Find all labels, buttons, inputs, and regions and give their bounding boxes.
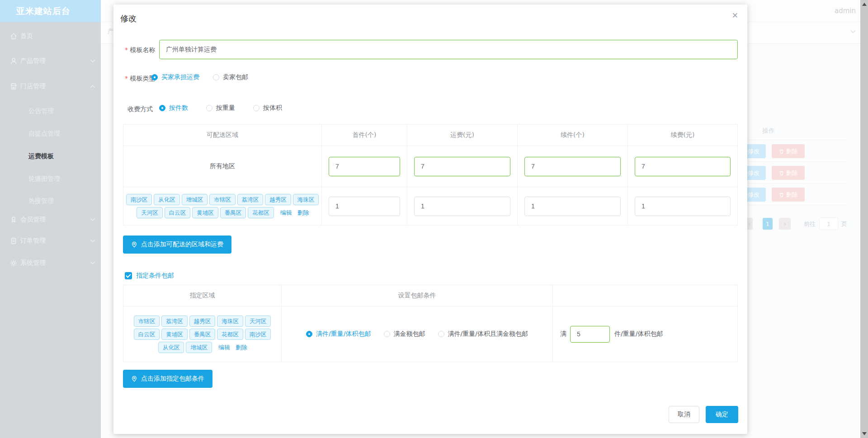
sidebar-item-products[interactable]: 产品管理 bbox=[0, 52, 101, 70]
delete-button[interactable]: 删除 bbox=[772, 166, 805, 180]
sidebar-item-shipping-templates[interactable]: 运费模板 bbox=[28, 152, 54, 160]
radio-free-by-amount[interactable]: 满金额包邮 bbox=[384, 330, 425, 338]
template-name-input[interactable] bbox=[159, 40, 738, 59]
member-icon bbox=[10, 216, 17, 223]
fee-input[interactable] bbox=[414, 157, 510, 176]
region-tag: 南沙区 bbox=[126, 194, 152, 205]
radio-selected-icon bbox=[151, 74, 158, 80]
divider bbox=[747, 161, 849, 162]
divider bbox=[747, 205, 849, 205]
sidebar-item-pickup-points[interactable]: 自提点管理 bbox=[28, 130, 60, 138]
region-tag-line: 白云区黄埔区番禺区花都区南沙区 bbox=[133, 328, 272, 341]
region-tag: 海珠区 bbox=[293, 194, 319, 205]
map-pin-icon bbox=[131, 376, 137, 382]
page-scrollbar[interactable] bbox=[860, 0, 868, 438]
col-header-region: 可配送区域 bbox=[123, 125, 322, 146]
sidebar-item-carousel[interactable]: 轮播图管理 bbox=[28, 175, 60, 183]
region-tag: 花都区 bbox=[248, 207, 274, 218]
add-region-button[interactable]: 点击添加可配送的区域和运费 bbox=[123, 235, 231, 254]
app-title: 亚米建站后台 bbox=[0, 0, 101, 22]
trash-icon bbox=[779, 192, 784, 198]
first-piece-input[interactable] bbox=[329, 197, 400, 216]
region-tag: 从化区 bbox=[158, 342, 184, 353]
radio-buyer-pays[interactable]: 买家承担运费 bbox=[151, 73, 199, 81]
username-label[interactable]: admin bbox=[835, 7, 856, 15]
region-tag: 黄埔区 bbox=[161, 329, 188, 340]
region-tag: 荔湾区 bbox=[237, 194, 264, 205]
pagination-goto-label: 前往 bbox=[804, 220, 816, 228]
region-tag: 番禺区 bbox=[220, 207, 246, 218]
additional-piece-input[interactable] bbox=[524, 197, 621, 216]
map-pin-icon bbox=[131, 241, 137, 248]
additional-piece-input[interactable] bbox=[524, 157, 621, 176]
sidebar-item-system[interactable]: 系统管理 bbox=[0, 254, 101, 272]
radio-icon bbox=[438, 331, 444, 337]
modal-title: 修改 bbox=[120, 13, 137, 24]
region-tag: 增城区 bbox=[182, 194, 208, 205]
region-tag: 从化区 bbox=[154, 194, 180, 205]
app-root: 亚米建站后台 首页 产品管理 门店管理 公告管理 自提点管理 运费模板 轮播图管… bbox=[0, 0, 868, 438]
confirm-button[interactable]: 确定 bbox=[706, 406, 738, 423]
divider bbox=[747, 140, 849, 140]
delete-condition-regions-link[interactable]: 删除 bbox=[236, 344, 247, 351]
sidebar-item-home[interactable]: 首页 bbox=[0, 27, 101, 45]
pagination-next-button[interactable]: › bbox=[779, 218, 791, 230]
add-condition-button[interactable]: 点击添加指定包邮条件 bbox=[123, 370, 212, 388]
first-piece-input[interactable] bbox=[329, 157, 400, 176]
region-tag: 越秀区 bbox=[265, 194, 291, 205]
pagination-page-1[interactable]: 1 bbox=[763, 218, 773, 230]
edit-template-modal: 修改 ✕ 模板名称 模板类型 买家承担运费 卖家包邮 收费方式 按件数 bbox=[113, 5, 747, 434]
radio-seller-free-shipping[interactable]: 卖家包邮 bbox=[213, 73, 248, 81]
radio-by-volume[interactable]: 按体积 bbox=[253, 104, 282, 112]
actions-column-header: 操作 bbox=[762, 127, 775, 135]
table-row-all-regions: 所有地区 bbox=[123, 146, 738, 187]
region-tag: 海珠区 bbox=[217, 316, 243, 327]
region-tag: 番禺区 bbox=[189, 329, 216, 340]
scroll-down-icon[interactable] bbox=[862, 432, 867, 435]
cancel-button[interactable]: 取消 bbox=[669, 406, 699, 423]
pagination-goto-input[interactable] bbox=[819, 217, 838, 230]
region-tag-line: 市辖区荔湾区越秀区海珠区天河区 bbox=[133, 315, 272, 328]
sidebar-item-announcements[interactable]: 公告管理 bbox=[28, 107, 54, 115]
tab-fragment: 产 bbox=[108, 28, 114, 36]
shop-icon bbox=[10, 83, 17, 90]
conditional-free-shipping-checkbox[interactable]: 指定条件包邮 bbox=[125, 272, 174, 280]
region-tag: 天河区 bbox=[137, 207, 163, 218]
region-tag: 增城区 bbox=[186, 342, 212, 353]
radio-selected-icon bbox=[306, 331, 312, 337]
condition-table-row: 市辖区荔湾区越秀区海珠区天河区 白云区黄埔区番禺区花都区南沙区 从化区增城区 编… bbox=[123, 306, 738, 362]
edit-condition-regions-link[interactable]: 编辑 bbox=[218, 344, 230, 351]
radio-by-piece[interactable]: 按件数 bbox=[159, 104, 188, 112]
delete-button[interactable]: 删除 bbox=[772, 144, 805, 158]
radio-icon bbox=[253, 105, 259, 111]
sidebar-item-orders[interactable]: 订单管理 bbox=[0, 232, 101, 250]
divider bbox=[747, 183, 849, 184]
region-all-label: 所有地区 bbox=[123, 146, 322, 187]
condition-value-input[interactable] bbox=[570, 326, 610, 343]
radio-free-by-quantity-and-amount[interactable]: 满件/重量/体积且满金额包邮 bbox=[438, 330, 528, 338]
col-header-blank bbox=[553, 285, 738, 306]
region-tag: 市辖区 bbox=[134, 316, 160, 327]
template-name-label: 模板名称 bbox=[125, 46, 155, 54]
edit-regions-link[interactable]: 编辑 bbox=[280, 209, 292, 216]
additional-fee-input[interactable] bbox=[635, 197, 731, 216]
table-row-custom-regions: 南沙区从化区增城区市辖区荔湾区越秀区海珠区 天河区白云区黄埔区番禺区花都区 编辑… bbox=[123, 187, 738, 226]
trash-icon bbox=[779, 149, 784, 154]
delete-button[interactable]: 删除 bbox=[772, 188, 805, 202]
region-tag: 白云区 bbox=[134, 329, 160, 340]
radio-icon bbox=[206, 105, 212, 111]
condition-suffix-label: 件/重量/体积包邮 bbox=[614, 330, 663, 338]
radio-by-weight[interactable]: 按重量 bbox=[206, 104, 235, 112]
radio-free-by-quantity[interactable]: 满件/重量/体积包邮 bbox=[306, 330, 371, 338]
close-icon[interactable]: ✕ bbox=[732, 11, 738, 20]
region-tag: 荔湾区 bbox=[161, 316, 188, 327]
sidebar-item-stores[interactable]: 门店管理 bbox=[0, 77, 101, 95]
additional-fee-input[interactable] bbox=[635, 157, 731, 176]
scroll-up-icon[interactable] bbox=[862, 3, 867, 6]
delete-regions-link[interactable]: 删除 bbox=[297, 209, 309, 216]
fee-input[interactable] bbox=[414, 197, 510, 216]
sidebar-item-hot-search[interactable]: 热搜管理 bbox=[28, 197, 54, 205]
col-header-free-shipping-condition: 设置包邮条件 bbox=[282, 285, 553, 306]
chevron-down-icon bbox=[90, 238, 95, 244]
sidebar-item-members[interactable]: 会员管理 bbox=[0, 211, 101, 229]
